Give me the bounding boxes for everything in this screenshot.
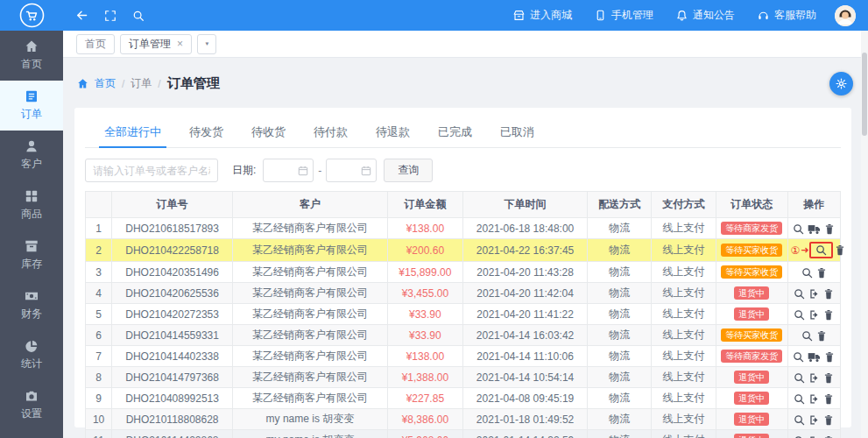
status-badge: 等待买家收货 [721,265,782,279]
search-icon[interactable] [132,10,145,22]
order-number: DHO210422258718 [112,239,233,262]
sidebar-item-inventory[interactable]: 库存 [0,230,63,280]
row-index: 4 [86,283,112,304]
delete-icon[interactable] [823,393,834,405]
table-row: 2 DHO210422258718 某乙经销商客户有限公司 ¥200.60 20… [86,239,841,262]
home-icon[interactable] [77,78,88,89]
delete-icon[interactable] [823,372,834,384]
sidebar-item-goods[interactable]: 商品 [0,180,63,230]
delete-icon[interactable] [823,288,834,300]
truck-icon[interactable] [808,351,821,363]
delete-icon[interactable] [823,435,834,438]
view-icon[interactable] [801,330,813,342]
export-icon[interactable] [808,288,820,300]
close-icon[interactable]: × [177,39,183,49]
sidebar-item-label: 客户 [21,157,42,172]
fullscreen-icon[interactable] [104,10,116,22]
payment-method: 线上支付 [652,262,716,283]
tab-dropdown-button[interactable]: ▼ [197,34,216,54]
date-end-input[interactable] [326,159,377,182]
delivery-method: 物流 [588,262,652,283]
app-logo[interactable] [0,3,63,28]
page-tab[interactable]: 首页 × [76,34,115,54]
topbar: 进入商城 手机管理 通知公告 客服帮助 [0,0,868,31]
sidebar-item-settings[interactable]: 设置 [0,380,63,430]
customer-name: 某乙经销商客户有限公司 [233,218,388,239]
filter-tab[interactable]: 已取消 [486,118,548,147]
status-badge: 退货中 [734,413,769,426]
delivery-method: 物流 [588,283,652,304]
order-time: 2021-01-18 01:49:52 [462,409,587,430]
filter-tab[interactable]: 待付款 [300,118,362,147]
sidebar-item-label: 订单 [21,107,42,122]
view-icon[interactable] [794,288,805,300]
topbar-menu-item-store[interactable]: 进入商城 [502,0,583,31]
view-icon[interactable] [794,414,805,426]
view-icon[interactable] [794,372,805,384]
sidebar-item-finance[interactable]: 财务 [0,280,63,330]
delete-icon[interactable] [816,330,827,342]
quick-settings-button[interactable] [829,72,853,95]
delete-icon[interactable] [824,223,835,235]
sidebar-item-order[interactable]: 订单 [0,81,63,131]
sidebar-item-customer[interactable]: 客户 [0,131,63,180]
goods-icon [25,189,39,203]
filter-tab[interactable]: 待收货 [237,118,300,147]
delete-icon[interactable] [823,309,834,321]
export-icon[interactable] [808,372,820,384]
annotation-number: ① [791,244,801,257]
page-tab[interactable]: 订单管理 × [120,34,192,54]
customer-name: my name is 胡变变 [233,409,388,430]
sidebar-item-home[interactable]: 首页 [0,31,63,81]
delete-icon[interactable] [823,414,834,426]
order-amount: ¥138.00 [387,218,462,239]
delivery-method: 物流 [588,409,652,430]
order-time: 2021-04-22 16:37:45 [462,239,587,262]
filter-controls: 日期: - [85,159,841,182]
query-button[interactable]: 查询 [384,159,433,182]
topbar-menu-item-bell[interactable]: 通知公告 [665,0,746,31]
sidebar-item-stats[interactable]: 统计 [0,330,63,380]
topbar-menu-item-headset[interactable]: 客服帮助 [746,0,828,31]
search-input[interactable] [85,159,218,182]
filter-tab[interactable]: 已完成 [424,118,486,147]
breadcrumb-orders[interactable]: 订单 [131,76,152,91]
user-avatar[interactable] [835,5,856,26]
export-icon[interactable] [808,414,820,426]
order-amount: ¥15,899.00 [387,262,462,283]
table-row: 9 DHO210408992513 某乙经销商客户有限公司 ¥227.85 20… [86,388,841,409]
view-icon[interactable] [801,267,813,279]
view-icon[interactable] [793,351,804,363]
delete-icon[interactable] [816,267,827,279]
export-icon[interactable] [808,393,820,405]
payment-method: 线上支付 [652,409,716,430]
view-icon[interactable] [794,309,805,321]
delete-icon[interactable] [835,244,845,256]
row-index: 2 [86,239,112,262]
truck-icon[interactable] [808,223,821,235]
view-icon[interactable] [815,244,827,256]
status-badge: 退货中 [734,392,769,405]
actions-cell [787,262,840,283]
back-icon[interactable] [75,9,88,22]
view-icon[interactable] [794,435,805,438]
date-start-input[interactable] [263,159,314,182]
delete-icon[interactable] [824,351,835,363]
order-amount: ¥200.60 [387,239,462,262]
order-number: DHO210408992513 [112,388,233,409]
vertical-scrollbar[interactable] [861,31,868,438]
filter-tab[interactable]: 待退款 [362,118,424,147]
topbar-menu-item-phone[interactable]: 手机管理 [583,0,665,31]
view-icon[interactable] [793,223,804,235]
actions-cell [787,283,840,304]
customer-name: 某乙经销商客户有限公司 [233,283,388,304]
scrollbar-thumb[interactable] [862,53,867,136]
breadcrumb-home[interactable]: 首页 [95,76,116,91]
filter-tab[interactable]: 待发货 [175,118,237,147]
filter-tab[interactable]: 全部进行中 [90,118,175,147]
export-icon[interactable] [808,309,820,321]
export-icon[interactable] [808,435,820,438]
main-area: 首页 × 订单管理 × ▼ 首页 / 订单 / 订单管理 [63,31,868,438]
view-icon[interactable] [794,393,805,405]
row-index: 5 [86,304,112,325]
